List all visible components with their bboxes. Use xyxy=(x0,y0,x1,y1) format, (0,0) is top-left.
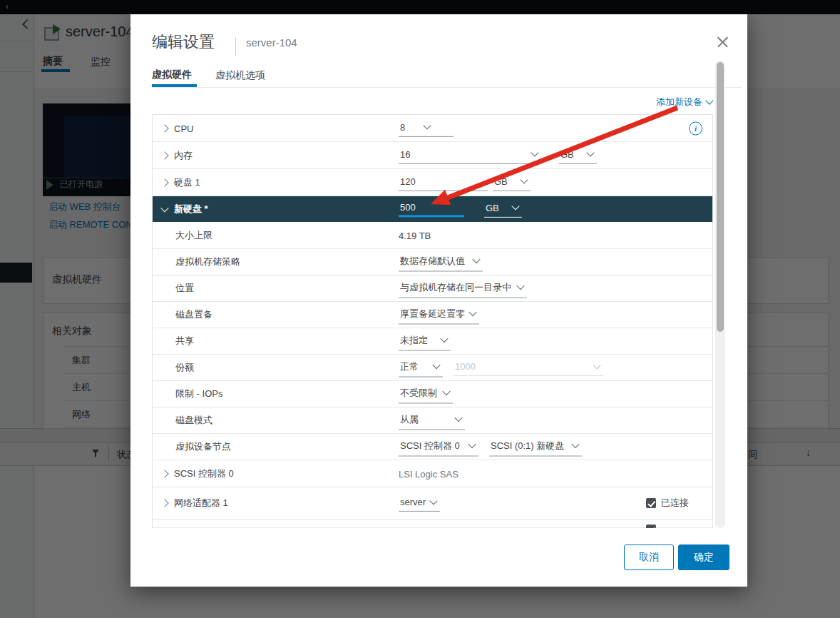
shares-custom-combobox: 1000 xyxy=(454,360,603,376)
provisioning-dropdown[interactable]: 厚置备延迟置零 xyxy=(399,307,479,325)
location-value: 与虚拟机存储在同一目录中 xyxy=(400,281,511,294)
row-label: CPU xyxy=(174,123,193,133)
row-label: 磁盘置备 xyxy=(175,308,212,321)
row-memory: 内存 16 GB xyxy=(153,142,712,169)
location-dropdown[interactable]: 与虚拟机存储在同一目录中 xyxy=(399,280,527,298)
cancel-button[interactable]: 取消 xyxy=(624,544,674,570)
cpu-count-dropdown[interactable]: 8 xyxy=(399,121,454,136)
network-dropdown[interactable]: server xyxy=(399,496,440,512)
memory-unit-value: GB xyxy=(560,148,574,159)
chevron-down-icon xyxy=(520,176,528,183)
hardware-table: CPU 8 内存 16 GB xyxy=(152,114,713,528)
row-limit-iops: 限制 - IOPs 不受限制 xyxy=(153,381,712,407)
add-new-device-label: 添加新设备 xyxy=(656,96,702,108)
max-size-value: 4.19 TB xyxy=(399,230,431,240)
chevron-down-icon xyxy=(516,282,524,290)
dialog-title: 编辑设置 xyxy=(152,31,215,53)
disk-mode-value: 从属 xyxy=(400,413,419,426)
chevron-down-icon xyxy=(472,255,480,263)
dialog-vm-name: server-104 xyxy=(246,36,297,49)
chevron-down-icon xyxy=(440,335,448,343)
checkbox-partial[interactable] xyxy=(646,525,656,528)
memory-size-value: 16 xyxy=(400,148,410,159)
row-location: 位置 与虚拟机存储在同一目录中 xyxy=(153,275,712,302)
row-label: 位置 xyxy=(175,282,194,295)
row-label: SCSI 控制器 0 xyxy=(174,467,234,480)
disk1-unit-dropdown[interactable]: GB xyxy=(493,175,531,191)
memory-unit-dropdown[interactable]: GB xyxy=(559,148,597,163)
row-label: 限制 - IOPs xyxy=(175,387,222,400)
controller-dropdown[interactable]: SCSI 控制器 0 xyxy=(399,439,478,457)
row-device-node: 虚拟设备节点 SCSI 控制器 0 SCSI (0:1) 新硬盘 xyxy=(153,434,712,460)
cpu-count-value: 8 xyxy=(400,121,405,132)
new-disk-unit-dropdown[interactable]: GB xyxy=(484,201,522,217)
chevron-down-icon xyxy=(468,308,476,316)
memory-size-combobox[interactable]: 16 xyxy=(399,148,541,163)
add-new-device-button[interactable]: 添加新设备 xyxy=(656,96,712,108)
expand-icon[interactable] xyxy=(160,178,168,186)
row-label: 磁盘模式 xyxy=(175,414,212,427)
chevron-down-icon xyxy=(442,387,450,395)
row-disk1: 硬盘 1 120 GB xyxy=(153,169,712,196)
connected-label: 已连接 xyxy=(661,497,689,510)
limit-iops-dropdown[interactable]: 不受限制 xyxy=(399,386,453,404)
device-node-dropdown[interactable]: SCSI (0:1) 新硬盘 xyxy=(489,439,582,457)
chevron-down-icon xyxy=(423,121,431,129)
scsi-type-value: LSI Logic SAS xyxy=(399,468,459,479)
row-label: 虚拟设备节点 xyxy=(175,440,231,453)
screen: server-104 摘要 监控 已打开电源 启动 WEB 控制台 启动 REM… xyxy=(0,0,840,618)
title-divider xyxy=(235,37,236,56)
new-disk-size-input[interactable] xyxy=(399,202,464,217)
row-shares: 份额 正常 1000 xyxy=(153,355,712,381)
ok-button[interactable]: 确定 xyxy=(678,544,729,570)
disk-mode-dropdown[interactable]: 从属 xyxy=(399,412,465,430)
chevron-down-icon xyxy=(531,148,538,156)
device-node-value: SCSI (0:1) 新硬盘 xyxy=(491,440,564,452)
chevron-down-icon xyxy=(571,440,579,448)
row-sharing: 共享 未指定 xyxy=(153,328,712,355)
edit-settings-dialog: 编辑设置 server-104 虚拟硬件 虚拟机选项 添加新设备 CPU 8 xyxy=(130,14,747,587)
tab-vm-options[interactable]: 虚拟机选项 xyxy=(215,69,265,82)
close-icon[interactable] xyxy=(714,33,732,51)
row-new-disk-selected[interactable]: 新硬盘 * GB xyxy=(153,196,712,222)
disk1-unit-value: GB xyxy=(494,176,508,186)
chevron-down-icon xyxy=(511,202,519,210)
chevron-down-icon xyxy=(586,148,594,156)
expand-icon[interactable] xyxy=(160,499,168,507)
shares-level-value: 正常 xyxy=(400,360,419,373)
row-label: 内存 xyxy=(174,149,193,162)
storage-policy-value: 数据存储默认值 xyxy=(400,255,465,268)
shares-level-dropdown[interactable]: 正常 xyxy=(399,360,443,378)
row-storage-policy: 虚拟机存储策略 数据存储默认值 xyxy=(153,249,712,275)
disk1-size-value: 120 xyxy=(400,176,416,186)
disk1-size-input[interactable]: 120 xyxy=(399,175,488,191)
connected-checkbox[interactable] xyxy=(646,498,656,508)
expand-icon[interactable] xyxy=(160,470,168,477)
collapse-icon[interactable] xyxy=(160,204,168,212)
chevron-down-icon xyxy=(454,414,462,422)
row-label: 新硬盘 * xyxy=(174,203,208,216)
new-disk-unit-value: GB xyxy=(486,202,499,213)
shares-custom-value: 1000 xyxy=(455,361,476,372)
sharing-value: 未指定 xyxy=(400,334,428,347)
row-label: 硬盘 1 xyxy=(174,176,200,189)
row-label: 共享 xyxy=(175,335,194,348)
expand-icon[interactable] xyxy=(160,124,168,132)
expand-icon[interactable] xyxy=(160,151,168,159)
scrollbar-thumb[interactable] xyxy=(717,62,724,332)
row-label: 份额 xyxy=(175,361,194,374)
storage-policy-dropdown[interactable]: 数据存储默认值 xyxy=(399,254,483,272)
row-cpu: CPU 8 xyxy=(153,115,712,142)
sharing-dropdown[interactable]: 未指定 xyxy=(399,333,451,351)
row-label: 网络适配器 1 xyxy=(174,497,228,510)
network-value: server xyxy=(400,497,426,507)
chevron-down-icon xyxy=(593,361,600,369)
info-icon[interactable] xyxy=(689,121,702,135)
chevron-down-icon xyxy=(432,361,440,369)
connected-checkbox-group: 已连接 xyxy=(646,497,689,510)
row-label: 大小上限 xyxy=(175,229,212,242)
row-max-size: 大小上限 4.19 TB xyxy=(153,222,712,249)
limit-iops-value: 不受限制 xyxy=(400,387,437,400)
controller-value: SCSI 控制器 0 xyxy=(400,440,460,452)
tab-virtual-hardware[interactable]: 虚拟硬件 xyxy=(152,69,192,81)
